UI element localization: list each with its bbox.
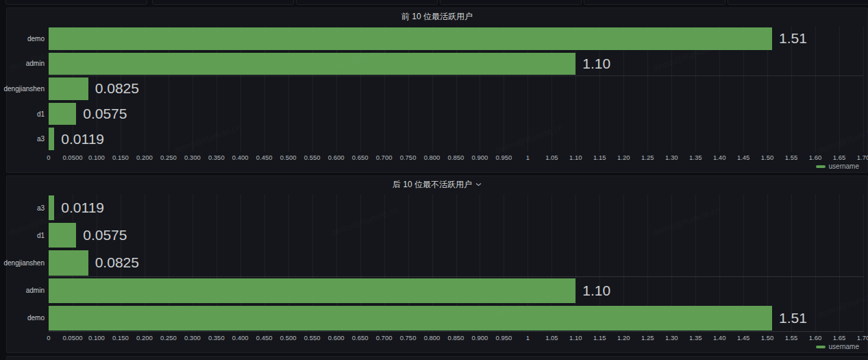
- panel-title: 前 10 位最活跃用户: [401, 8, 473, 25]
- bar-row: 0.0825: [49, 76, 863, 101]
- x-tick-label: 1.05: [545, 154, 558, 161]
- x-tick-label: 1.30: [665, 334, 678, 341]
- partial-panel: [296, 0, 438, 5]
- x-tick-label: 1.10: [569, 334, 582, 341]
- partial-panel: [584, 0, 726, 5]
- x-tick-label: 0.300: [184, 154, 201, 161]
- x-tick-label: 0: [47, 334, 50, 341]
- bar-admin[interactable]: [49, 53, 575, 75]
- x-tick-label: 1.05: [545, 334, 558, 341]
- x-tick-label: 1.65: [833, 154, 846, 161]
- value-label: 1.10: [582, 283, 610, 299]
- panel-header[interactable]: 后 10 位最不活跃用户: [7, 176, 867, 193]
- x-tick-label: 1: [526, 334, 530, 341]
- x-tick-label: 1.60: [809, 154, 822, 161]
- y-axis-label: dengjianshen: [4, 85, 45, 93]
- bar-admin[interactable]: [49, 278, 575, 303]
- x-tick-label: 0.150: [112, 154, 129, 161]
- chevron-down-icon[interactable]: [475, 182, 482, 187]
- bar-row: 1.10: [49, 51, 863, 77]
- legend-swatch-icon: [816, 346, 826, 348]
- bar-d1[interactable]: [49, 103, 76, 125]
- y-label-row: d1: [7, 221, 45, 249]
- bar-row: 0.0119: [49, 194, 863, 221]
- x-tick-label: 0.900: [472, 154, 488, 161]
- bar-row: 0.0119: [49, 126, 863, 152]
- x-tick-label: 0.300: [184, 334, 201, 341]
- x-tick-label: 1.35: [689, 334, 702, 341]
- gridline-vertical: [863, 26, 864, 152]
- x-tick-label: 1.25: [641, 334, 654, 341]
- x-tick-label: 1.55: [785, 154, 798, 161]
- x-tick-label: 0.600: [328, 334, 345, 341]
- x-tick-label: 0.750: [400, 154, 417, 161]
- y-label-row: a3: [7, 194, 45, 221]
- y-axis-label: a3: [37, 204, 45, 212]
- x-tick-label: 0.600: [328, 154, 345, 161]
- x-tick-label: 0.200: [136, 154, 153, 161]
- x-tick-label: 0.500: [280, 154, 297, 161]
- x-tick-label: 0.500: [280, 334, 297, 341]
- partial-panel: [152, 0, 294, 5]
- legend-label: username: [829, 342, 859, 352]
- x-tick-label: 0.0500: [62, 154, 82, 161]
- bar-a3[interactable]: [49, 195, 54, 220]
- legend-label: username: [829, 162, 859, 171]
- y-axis-label: demo: [27, 35, 45, 43]
- bar-row: 0.0825: [49, 249, 863, 276]
- plot-area: 1.511.100.08250.05750.0119: [49, 26, 863, 152]
- x-tick-label: 0.900: [472, 334, 488, 341]
- y-axis-labels: demoadmindengjianshend1a3: [7, 26, 45, 152]
- x-tick-label: 1.40: [713, 154, 726, 161]
- bar-row: 0.0575: [49, 101, 863, 127]
- x-tick-label: 1.55: [785, 334, 798, 341]
- bar-row: 1.10: [49, 277, 863, 304]
- x-tick-label: 0.650: [352, 154, 369, 161]
- x-tick-label: 1: [526, 154, 530, 161]
- panel-title: 后 10 位最不活跃用户: [393, 176, 472, 193]
- x-tick-label: 0.800: [424, 334, 441, 341]
- x-tick-label: 0.100: [88, 154, 105, 161]
- y-axis-labels: a3d1dengjianshenadmindemo: [7, 194, 45, 332]
- legend-item-username[interactable]: username: [816, 162, 859, 171]
- y-label-row: d1: [7, 101, 45, 127]
- x-tick-label: 0.200: [136, 334, 153, 341]
- bar-dengjianshen[interactable]: [49, 250, 88, 275]
- x-tick-label: 1.45: [737, 334, 750, 341]
- gridline-vertical: [863, 194, 864, 332]
- bar-d1[interactable]: [49, 223, 76, 248]
- x-tick-label: 0.700: [376, 154, 393, 161]
- value-label: 0.0575: [83, 106, 127, 122]
- y-axis-label: d1: [37, 232, 45, 239]
- x-tick-label: 1.30: [665, 154, 678, 161]
- legend-item-username[interactable]: username: [816, 342, 859, 352]
- panel-header[interactable]: 前 10 位最活跃用户: [7, 8, 867, 25]
- x-tick-label: 0.450: [256, 154, 273, 161]
- y-label-row: admin: [7, 51, 45, 77]
- y-label-row: demo: [7, 26, 45, 51]
- legend-swatch-icon: [816, 165, 826, 168]
- y-axis-label: a3: [37, 135, 45, 143]
- x-tick-label: 0.350: [208, 334, 225, 341]
- x-tick-label: 1.25: [641, 154, 654, 161]
- y-axis-label: admin: [26, 60, 45, 67]
- value-label: 0.0119: [61, 131, 104, 147]
- x-tick-label: 0.450: [256, 334, 273, 341]
- bar-demo[interactable]: [49, 27, 772, 50]
- bar-row: 1.51: [49, 26, 863, 51]
- x-tick-label: 1.50: [761, 154, 774, 161]
- x-axis: 00.05000.1000.1500.2000.2500.3000.3500.4…: [49, 334, 863, 343]
- bar-demo[interactable]: [49, 306, 772, 331]
- y-label-row: dengjianshen: [7, 249, 45, 276]
- x-tick-label: 1.45: [737, 154, 750, 161]
- y-label-row: dengjianshen: [7, 76, 45, 101]
- bar-a3[interactable]: [49, 128, 54, 150]
- panel-most-active-users: 前 10 位最活跃用户 demoadmindengjianshend1a3 1.…: [6, 8, 868, 173]
- plot-area: 0.01190.05750.08251.101.51: [49, 194, 863, 332]
- bar-dengjianshen[interactable]: [49, 77, 88, 100]
- x-tick-label: 0.400: [232, 154, 249, 161]
- x-tick-label: 1.20: [617, 154, 630, 161]
- x-tick-label: 0.950: [496, 154, 512, 161]
- y-axis-label: demo: [27, 314, 45, 322]
- x-tick-label: 1.50: [761, 334, 774, 341]
